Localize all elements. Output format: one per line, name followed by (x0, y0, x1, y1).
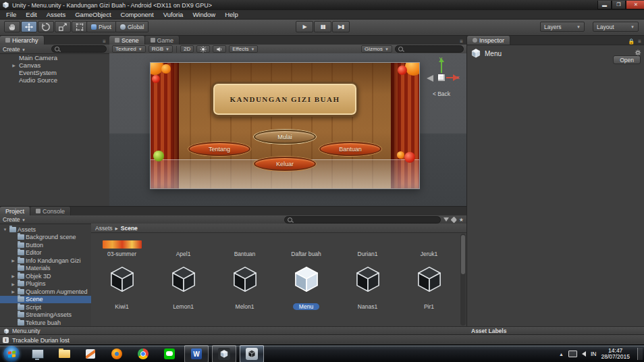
keluar-button[interactable]: Keluar (254, 157, 316, 171)
collapse-arrow-icon[interactable]: ▼ (2, 228, 8, 232)
breadcrumb-current[interactable]: Scene (121, 225, 138, 232)
global-toggle-button[interactable]: Global (116, 21, 149, 32)
menu-assets[interactable]: Assets (42, 10, 71, 19)
asset-item-menu-selected[interactable]: Menu (275, 260, 337, 321)
menu-file[interactable]: File (1, 10, 21, 19)
expand-arrow-icon[interactable]: ▶ (11, 63, 17, 68)
hierarchy-create-button[interactable]: Create ▼ (3, 46, 26, 53)
label-filter-icon[interactable] (450, 216, 457, 223)
open-asset-button[interactable]: Open (613, 55, 641, 64)
hand-tool-button[interactable] (4, 21, 20, 32)
render-channels-dropdown[interactable]: RGB▼ (149, 45, 173, 53)
show-desktop-button[interactable] (637, 348, 643, 360)
x-axis-arrow-icon[interactable] (446, 77, 453, 78)
taskbar-word-button[interactable]: W (184, 345, 209, 362)
move-tool-button[interactable] (21, 21, 37, 32)
scene-lighting-toggle[interactable] (196, 45, 210, 53)
taskbar-folder-button[interactable] (53, 346, 76, 362)
hierarchy-search-input[interactable] (51, 45, 107, 53)
tree-item[interactable]: Editor (0, 249, 91, 257)
gizmo-cube-icon[interactable] (438, 74, 445, 81)
volume-tray-icon[interactable] (582, 351, 586, 357)
expand-arrow-icon[interactable]: ▶ (10, 274, 16, 278)
tree-item[interactable]: Button (0, 241, 91, 249)
taskbar-line-button[interactable] (158, 346, 181, 362)
taskbar-explorer-button[interactable] (26, 346, 49, 362)
tree-item[interactable]: ▶Objek 3D (0, 272, 91, 280)
tree-item[interactable]: StreamingAssets (0, 311, 91, 319)
panel-menu-icon[interactable]: ≡ (638, 38, 641, 45)
rect-tool-button[interactable] (72, 21, 88, 32)
rotate-tool-button[interactable] (38, 21, 54, 32)
tentang-button[interactable]: Tentang (188, 142, 250, 156)
panel-menu-icon[interactable]: ≡ (103, 38, 106, 45)
2d-toggle-button[interactable]: 2D (180, 45, 194, 53)
tab-console[interactable]: Console (30, 207, 71, 215)
asset-item[interactable]: 03-summer (91, 233, 153, 257)
breadcrumb-root[interactable]: Assets (95, 225, 113, 232)
hierarchy-item-main-camera[interactable]: Main Camera (0, 54, 109, 61)
menu-window[interactable]: Window (188, 10, 220, 19)
tree-item[interactable]: Materials (0, 265, 91, 273)
pivot-toggle-button[interactable]: Pivot (86, 21, 116, 32)
effects-dropdown[interactable]: Effects▼ (229, 45, 258, 53)
tab-inspector[interactable]: Inspector (467, 36, 510, 45)
menu-edit[interactable]: Edit (21, 10, 41, 19)
z-axis-cone-icon[interactable] (427, 75, 433, 82)
taskbar-clock[interactable]: 14:47 28/07/2015 (601, 348, 630, 360)
hierarchy-item-eventsystem[interactable]: EventSystem (0, 69, 109, 76)
expand-arrow-icon[interactable]: ▶ (10, 282, 16, 286)
layout-dropdown[interactable]: Layout▼ (593, 22, 639, 32)
tree-item[interactable]: Script (0, 303, 91, 311)
panel-menu-icon[interactable]: ≡ (460, 38, 463, 45)
shading-mode-dropdown[interactable]: Textured▼ (112, 45, 146, 53)
menu-vuforia[interactable]: Vuforia (159, 10, 188, 19)
vertical-scrollbar[interactable] (460, 234, 466, 326)
layers-dropdown[interactable]: Layers▼ (540, 22, 585, 32)
menu-gameobject[interactable]: GameObject (70, 10, 115, 19)
tree-item-scene-selected[interactable]: Scene (0, 296, 91, 304)
scene-search-input[interactable] (395, 45, 464, 53)
tab-game[interactable]: Game (145, 36, 180, 45)
gizmos-dropdown[interactable]: Gizmos▼ (361, 45, 392, 53)
tree-item-assets[interactable]: ▼Assets (0, 226, 91, 234)
favorites-star-icon[interactable]: ★ (459, 217, 464, 223)
menu-component[interactable]: Component (116, 10, 159, 19)
lock-icon[interactable]: 🔒 (628, 38, 635, 45)
mulai-button[interactable]: Mulai (254, 130, 316, 144)
tree-item[interactable]: ▶Info Kandungan Gizi (0, 257, 91, 265)
taskbar-app-button[interactable] (240, 345, 264, 362)
game-canvas-preview[interactable]: KANDUNGAN GIZI BUAH Mulai Tentang Bantua… (150, 62, 420, 189)
hierarchy-item-audio-source[interactable]: Audio Source (0, 76, 109, 84)
asset-item[interactable]: Bantuan (214, 233, 275, 257)
expand-arrow-icon[interactable]: ▶ (10, 289, 16, 294)
scale-tool-button[interactable] (55, 21, 71, 32)
project-search-input[interactable] (284, 216, 441, 224)
search-filter-icon[interactable] (444, 217, 449, 222)
start-button[interactable] (3, 346, 20, 362)
y-axis-arrow-icon[interactable] (441, 62, 442, 73)
expand-arrow-icon[interactable]: ▶ (10, 258, 16, 263)
tab-scene[interactable]: Scene (109, 36, 145, 45)
scene-viewport[interactable]: KANDUNGAN GIZI BUAH Mulai Tentang Bantua… (109, 53, 466, 206)
menu-help[interactable]: Help (220, 10, 243, 19)
hierarchy-item-canvas[interactable]: ▶Canvas (0, 61, 109, 69)
hidden-icons-arrow[interactable]: ▲ (559, 352, 564, 357)
taskbar-unity-button[interactable] (212, 345, 236, 362)
language-indicator[interactable]: IN (591, 351, 597, 357)
asset-item[interactable]: Jeruk1 (398, 233, 460, 257)
tab-hierarchy[interactable]: Hierarchy (0, 36, 45, 45)
taskbar-editor-button[interactable] (79, 346, 102, 362)
network-tray-icon[interactable] (568, 351, 577, 357)
tree-item[interactable]: ▶Qualcomm Augmented (0, 288, 91, 296)
play-button[interactable]: ▶ (296, 21, 313, 32)
project-create-button[interactable]: Create ▼ (3, 216, 26, 223)
minimize-button[interactable]: ▬ (597, 1, 612, 9)
asset-item[interactable]: Kiwi1 (91, 260, 153, 321)
tree-item[interactable]: ▶Plugins (0, 280, 91, 288)
asset-item[interactable]: Durian1 (337, 233, 398, 257)
pause-button[interactable]: ▮▮ (314, 21, 331, 32)
asset-item[interactable]: Pir1 (398, 260, 460, 321)
close-button[interactable]: ✕ (626, 1, 644, 9)
taskbar-chrome-button[interactable] (132, 346, 155, 362)
